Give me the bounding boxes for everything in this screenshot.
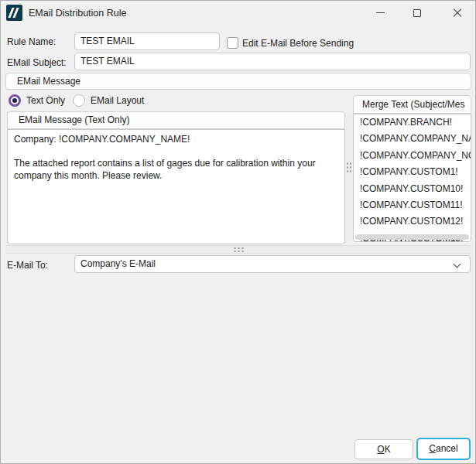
- merge-text-list: !COMPANY.BRANCH! !COMPANY.COMPANY_NAM !C…: [353, 114, 471, 242]
- cancel-button[interactable]: Cancel: [416, 438, 471, 460]
- minimize-icon: [376, 12, 385, 13]
- maximize-icon: [413, 9, 421, 17]
- app-logo-icon: [6, 5, 22, 21]
- email-to-selected-value: Company's E-Mail: [80, 258, 156, 269]
- list-item[interactable]: !COMPANY.CUSTOM12!: [354, 213, 471, 230]
- text-only-radio-label: Text Only: [26, 95, 65, 106]
- edit-email-before-sending-label: Edit E-Mail Before Sending: [242, 38, 354, 49]
- email-to-dropdown[interactable]: Company's E-Mail: [74, 255, 471, 273]
- email-message-group-header: EMail Message: [5, 73, 471, 90]
- rule-name-label: Rule Name:: [7, 36, 56, 47]
- email-subject-input[interactable]: TEST EMAIL: [74, 53, 471, 70]
- cancel-button-label-rest: ancel: [436, 443, 458, 454]
- email-subject-label: EMail Subject:: [7, 57, 67, 68]
- close-button[interactable]: [440, 1, 475, 25]
- vertical-splitter[interactable]: [345, 114, 352, 242]
- edit-email-before-sending-checkbox[interactable]: [227, 37, 238, 49]
- ok-button-label: O: [377, 444, 384, 455]
- close-icon: [453, 9, 462, 18]
- window-title: EMail Distribution Rule: [29, 1, 126, 26]
- email-message-body: Company: !COMPANY.COMPANY_NAME! The atta…: [8, 130, 344, 186]
- title-bar: EMail Distribution Rule: [1, 1, 475, 26]
- text-only-radio[interactable]: [9, 94, 21, 107]
- ok-button-label-rest: K: [385, 444, 391, 455]
- list-item[interactable]: !COMPANY.COMPANY_NOT: [354, 148, 471, 164]
- splitter-grip-icon: [346, 162, 351, 172]
- maximize-button[interactable]: [399, 1, 435, 25]
- email-layout-radio[interactable]: [73, 94, 85, 107]
- ok-button[interactable]: OK: [354, 439, 413, 459]
- list-item[interactable]: !COMPANY.CUSTOM10!: [354, 181, 471, 197]
- rule-name-input[interactable]: TEST EMAIL: [74, 32, 220, 50]
- email-message-textarea[interactable]: Company: !COMPANY.COMPANY_NAME! The atta…: [7, 129, 345, 244]
- minimize-button[interactable]: [362, 1, 398, 25]
- list-item[interactable]: !COMPANY.BRANCH!: [354, 114, 471, 131]
- cancel-button-label: C: [429, 443, 436, 454]
- horizontal-scrollbar[interactable]: [355, 234, 469, 240]
- email-message-text-only-header: EMail Message (Text Only): [7, 111, 345, 129]
- splitter-grip-icon: [233, 247, 245, 253]
- list-item[interactable]: !COMPANY.CUSTOM11!: [354, 197, 471, 213]
- horizontal-splitter[interactable]: [5, 245, 471, 254]
- email-to-label: E-Mail To:: [7, 260, 48, 271]
- merge-text-column-header[interactable]: Merge Text (Subject/Mes: [353, 95, 471, 114]
- list-item[interactable]: !COMPANY.CUSTOM1!: [354, 164, 471, 180]
- email-layout-radio-label: EMail Layout: [91, 95, 144, 106]
- list-item[interactable]: !COMPANY.COMPANY_NAM: [354, 131, 471, 147]
- email-distribution-rule-dialog: EMail Distribution Rule Rule Name: TEST …: [0, 0, 476, 464]
- chevron-down-icon: [454, 261, 461, 268]
